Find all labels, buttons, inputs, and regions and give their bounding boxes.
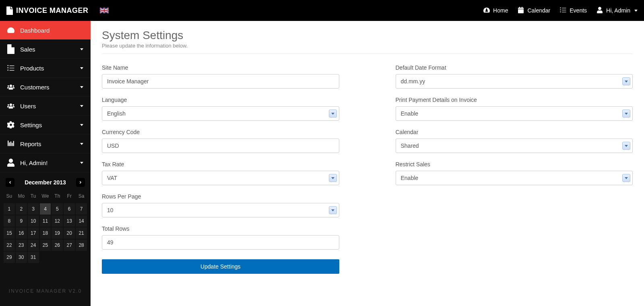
calendar-day[interactable]: 15 [3,227,15,239]
topnav-user-menu[interactable]: Hi, Admin [597,7,638,14]
topnav-events[interactable]: Events [560,7,587,14]
calendar-day[interactable]: 30 [15,251,27,263]
calendar-day[interactable]: 28 [75,239,87,251]
sidebar-nav: Dashboard Sales Products Customers Users… [0,21,91,172]
chevron-down-icon [622,77,630,85]
calendar-day[interactable]: 23 [15,239,27,251]
language-select[interactable]: English [102,106,339,121]
calendar-select[interactable]: Shared [396,139,633,153]
sidebar-item-label: Hi, Admin! [20,159,47,166]
calendar-day[interactable]: 18 [39,227,52,239]
select-value: 10 [107,207,114,213]
calendar-day[interactable]: 31 [27,251,39,263]
calendar-day[interactable]: 17 [27,227,39,239]
calendar-day[interactable]: 12 [51,215,63,227]
calendar-day[interactable]: 16 [15,227,27,239]
calendar-day[interactable]: 9 [15,215,27,227]
calendar-day[interactable]: 24 [27,239,39,251]
chevron-down-icon [329,206,337,214]
field-label: Rows Per Page [102,193,339,200]
user-icon [597,7,603,14]
restrict-sales-select[interactable]: Enable [396,171,633,185]
calendar-day[interactable]: 5 [51,203,63,215]
customers-icon [7,83,14,91]
field-label: Calendar [396,129,633,135]
field-restrict-sales: Restrict SalesEnable [396,161,633,185]
calendar-day[interactable]: 13 [63,215,75,227]
select-value: dd.mm.yy [401,78,425,85]
calendar-dow: Su [3,191,15,203]
rows-per-page-select[interactable]: 10 [102,203,339,217]
calendar-day[interactable]: 11 [39,215,52,227]
field-rows-per-page: Rows Per Page10 [102,193,339,217]
brand[interactable]: INVOICE MANAGER [6,6,89,15]
chevron-down-icon [80,124,83,126]
sidebar-item-reports[interactable]: Reports [0,134,91,153]
sidebar-item-label: Settings [20,122,42,128]
total-rows-input[interactable] [102,235,339,250]
field-calendar: CalendarShared [396,129,633,153]
chevron-down-icon [80,162,83,164]
calendar-dow: We [39,191,52,203]
calendar-day[interactable]: 29 [3,251,15,263]
calendar-day[interactable]: 3 [27,203,39,215]
sidebar-item-label: Dashboard [20,27,50,34]
calendar-dow: Fr [63,191,75,203]
calendar-day[interactable]: 25 [39,239,52,251]
sidebar-item-customers[interactable]: Customers [0,78,91,96]
dashboard-icon [7,27,14,34]
default-date-format-select[interactable]: dd.mm.yy [396,74,633,89]
select-value: English [107,110,126,117]
sidebar-footer: INVOICE MANAGER V2.0 [0,279,91,306]
sidebar-item-products[interactable]: Products [0,59,91,77]
calendar-next-button[interactable] [76,178,85,187]
form-column-right: Default Date Formatdd.mm.yyPrint Payment… [396,64,633,274]
topnav: Home Calendar Events Hi, Admin [483,7,638,14]
field-language: LanguageEnglish [102,97,339,121]
sidebar-item-users[interactable]: Users [0,97,91,115]
calendar-day[interactable]: 19 [51,227,63,239]
calendar-day[interactable]: 22 [3,239,15,251]
chevron-down-icon [329,174,337,182]
language-flag-icon[interactable] [100,8,109,13]
calendar-day[interactable]: 10 [27,215,39,227]
calendar-prev-button[interactable] [6,178,14,187]
settings-icon [7,121,14,128]
calendar-day[interactable]: 14 [75,215,87,227]
topnav-home[interactable]: Home [483,7,508,14]
chevron-down-icon [622,174,630,182]
tax-rate-select[interactable]: VAT [102,171,339,185]
calendar-day[interactable]: 6 [63,203,75,215]
update-settings-button[interactable]: Update Settings [102,259,339,274]
sidebar-item-settings[interactable]: Settings [0,116,91,134]
field-default-date-format: Default Date Formatdd.mm.yy [396,64,633,89]
field-currency-code: Currency Code [102,129,339,153]
topnav-calendar[interactable]: Calendar [518,7,550,14]
sales-icon [7,45,14,53]
calendar-day[interactable]: 7 [75,203,87,215]
topnav-events-label: Events [570,7,587,14]
print-payment-details-on-invoice-select[interactable]: Enable [396,106,633,121]
calendar-grid: SuMoTuWeThFrSa12345678910111213141516171… [3,191,87,263]
field-tax-rate: Tax RateVAT [102,161,339,185]
calendar-day[interactable]: 21 [75,227,87,239]
settings-form: Site NameLanguageEnglishCurrency CodeTax… [102,64,633,274]
field-label: Default Date Format [396,64,633,71]
currency-code-input[interactable] [102,139,339,153]
calendar-day[interactable]: 20 [63,227,75,239]
calendar-day[interactable]: 2 [15,203,27,215]
calendar-dow: Tu [27,191,39,203]
sidebar-item-label: Products [20,65,44,72]
calendar-day[interactable]: 27 [63,239,75,251]
calendar-day[interactable]: 26 [51,239,63,251]
sidebar-item-dashboard[interactable]: Dashboard [0,21,91,39]
sidebar-item-hi-admin[interactable]: Hi, Admin! [0,153,91,172]
calendar-day[interactable]: 8 [3,215,15,227]
chevron-down-icon [80,48,83,50]
site-name-input[interactable] [102,74,339,89]
calendar-day[interactable]: 1 [3,203,15,215]
calendar-day[interactable]: 4 [39,203,52,215]
field-label: Language [102,97,339,103]
list-icon [560,7,566,14]
sidebar-item-sales[interactable]: Sales [0,40,91,58]
